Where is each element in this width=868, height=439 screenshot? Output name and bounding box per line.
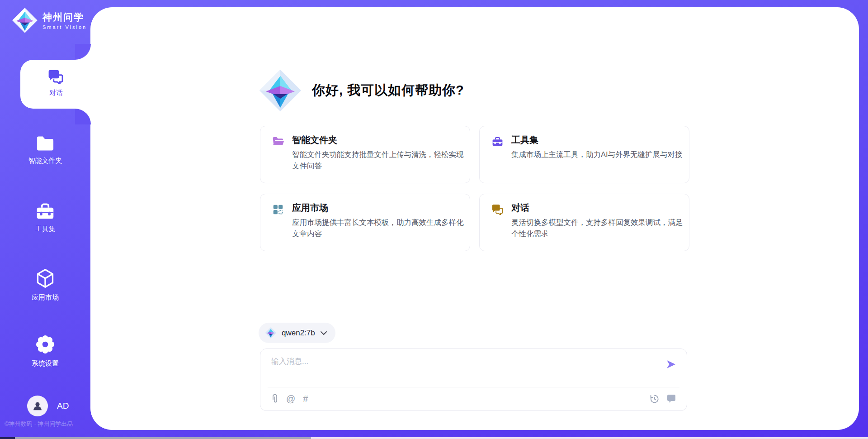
brand-diamond-icon [259,68,302,113]
history-icon[interactable] [649,393,660,404]
sidebar-item-app-market[interactable]: 应用市场 [0,268,90,302]
sidebar-item-label: 对话 [20,89,92,97]
copyright-text: ©神州数码 · 神州问学出品 [5,420,73,428]
chat-bubbles-icon [491,204,504,215]
folder-open-icon [272,136,285,147]
card-chat[interactable]: 对话 灵活切换多模型文件，支持多样回复效果调试，满足个性化需求 [479,194,689,251]
sidebar-item-label: 智能文件夹 [0,157,90,165]
composer-divider [268,387,679,387]
avatar [27,396,48,416]
card-desc: 应用市场提供丰富长文本模板，助力高效生成多样化文章内容 [292,217,464,239]
send-icon[interactable] [665,359,677,370]
card-title: 应用市场 [292,202,328,214]
toolbox-icon [35,201,55,220]
chat-bubbles-icon [47,69,65,84]
app-title: 神州问学 [42,11,87,24]
user-profile[interactable]: AD [27,396,69,416]
sidebar-item-label: 应用市场 [0,293,90,302]
hashtag-icon[interactable]: # [303,393,308,404]
sidebar-item-settings[interactable]: 系统设置 [0,334,90,368]
card-smart-folder[interactable]: 智能文件夹 智能文件夹功能支持批量文件上传与清洗，轻松实现文件问答 [260,126,470,183]
cube-icon [35,268,55,289]
scrollbar-corner [0,437,15,439]
card-title: 智能文件夹 [292,134,337,146]
card-app-market[interactable]: 应用市场 应用市场提供丰富长文本模板，助力高效生成多样化文章内容 [260,194,470,251]
greeting: 你好, 我可以如何帮助你? [259,68,464,113]
sidebar-item-chat[interactable]: 对话 [20,69,92,97]
gear-icon [35,334,56,355]
message-composer: @ # [260,348,687,411]
sidebar: 神州问学 Smart Vision 对话 智能文件夹 [0,0,90,439]
brand-diamond-icon [12,7,38,33]
mention-icon[interactable]: @ [286,393,295,404]
person-icon [32,400,43,412]
card-desc: 灵活切换多模型文件，支持多样回复效果调试，满足个性化需求 [511,217,683,239]
app-grid-icon [272,204,284,215]
chevron-down-icon [320,331,327,335]
card-desc: 智能文件夹功能支持批量文件上传与清洗，轻松实现文件问答 [292,149,464,172]
sidebar-item-toolset[interactable]: 工具集 [0,201,90,234]
sidebar-item-label: 系统设置 [0,359,90,368]
app-logo: 神州问学 Smart Vision [12,7,87,33]
scrollbar-thumb[interactable] [15,437,311,439]
message-input[interactable] [271,356,656,382]
app-subtitle: Smart Vision [42,24,87,30]
card-toolset[interactable]: 工具集 集成市场上主流工具，助力AI与外界无缝扩展与对接 [479,126,689,183]
model-selector[interactable]: qwen2:7b [259,323,335,343]
user-name: AD [57,401,69,411]
feedback-chat-icon[interactable] [666,393,677,404]
sidebar-item-label: 工具集 [0,225,90,234]
horizontal-scrollbar [0,437,868,439]
card-desc: 集成市场上主流工具，助力AI与外界无缝扩展与对接 [511,149,683,160]
card-title: 工具集 [511,134,538,146]
toolbox-icon [491,136,504,147]
folder-icon [35,135,55,152]
card-title: 对话 [511,202,529,214]
paperclip-icon[interactable] [271,393,278,404]
greeting-title: 你好, 我可以如何帮助你? [312,81,464,100]
model-name: qwen2:7b [282,329,315,338]
sidebar-item-smart-folder[interactable]: 智能文件夹 [0,135,90,165]
model-diamond-icon [265,327,277,339]
